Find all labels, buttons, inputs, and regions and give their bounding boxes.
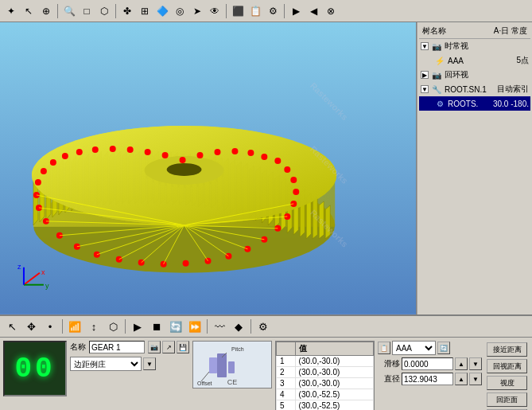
tree-item-aaa[interactable]: ⚡ AAA 5点 bbox=[419, 53, 530, 68]
dropdown-btn[interactable]: ▼ bbox=[143, 357, 156, 370]
toolbar-icon-15[interactable]: ⚙ bbox=[265, 3, 281, 19]
toolbar-icon-1[interactable]: ✦ bbox=[3, 3, 19, 19]
expand-icon-1[interactable]: ▼ bbox=[421, 42, 429, 50]
table-row[interactable]: 4(30.0,-52.5) bbox=[277, 389, 374, 400]
bt-icon-stop[interactable]: ⏹ bbox=[148, 318, 165, 335]
gear-visualization: x y z Rasteworks Rasteworks Rasteworks bbox=[0, 22, 416, 314]
expand-icon-4[interactable]: ▼ bbox=[421, 85, 429, 93]
move-row: 滑移 ▲ ▼ bbox=[378, 357, 482, 370]
table-row[interactable]: 1(30.0,-30.0) bbox=[277, 356, 374, 367]
table-cell-val: (30.0,-52.5) bbox=[295, 389, 373, 400]
bt-icon-cursor2[interactable]: ↕ bbox=[85, 318, 103, 335]
far-btn-1[interactable]: 接近距离 bbox=[487, 342, 527, 357]
toolbar-icon-18[interactable]: ⊗ bbox=[323, 3, 339, 19]
param-image: Pitch Offset CE bbox=[192, 341, 272, 389]
diameter-row: 直径 ▲ ▼ bbox=[378, 373, 482, 385]
far-btn-2[interactable]: 回视距离 bbox=[487, 359, 527, 373]
name-input[interactable] bbox=[89, 341, 145, 353]
bt-icon-loop[interactable]: 🔄 bbox=[167, 318, 184, 335]
toolbar-icon-17[interactable]: ◀ bbox=[305, 3, 321, 19]
toolbar-icon-10[interactable]: ◎ bbox=[172, 3, 188, 19]
aaa-icon-btn[interactable]: 📋 bbox=[378, 342, 390, 354]
bt-icon-shape[interactable]: ⬡ bbox=[104, 318, 122, 335]
move-up-btn[interactable]: ▲ bbox=[455, 357, 468, 370]
table-row[interactable]: 2(30.0,-30.0) bbox=[277, 367, 374, 378]
table-cell-val: (30.0,-52.5) bbox=[295, 400, 373, 411]
viewport[interactable]: x y z Rasteworks Rasteworks Rasteworks bbox=[0, 22, 417, 314]
diameter-btn2[interactable]: ▼ bbox=[469, 373, 482, 385]
table-col2-header: 值 bbox=[295, 342, 373, 356]
bt-icon-wifi[interactable]: 📶 bbox=[66, 318, 83, 335]
bt-icon-wave[interactable]: 〰 bbox=[211, 318, 228, 335]
move-down-btn[interactable]: ▼ bbox=[469, 357, 482, 370]
name-btn-2[interactable]: ↗ bbox=[162, 341, 175, 353]
toolbar-icon-16[interactable]: ▶ bbox=[288, 3, 304, 19]
left-controls: 名称 📷 ↗ 💾 边距例庄 ▼ bbox=[70, 341, 189, 410]
diameter-input[interactable] bbox=[402, 373, 453, 385]
name-btn-1[interactable]: 📷 bbox=[148, 341, 161, 353]
name-row: 名称 📷 ↗ 💾 bbox=[70, 341, 189, 353]
bottom-main: 00 名称 📷 ↗ 💾 边距例庄 ▼ bbox=[0, 338, 532, 410]
right-controls-group: 📋 AAA 🔄 滑移 ▲ ▼ 直径 ▲ ▼ bbox=[378, 341, 482, 410]
svg-point-44 bbox=[231, 148, 238, 154]
svg-point-17 bbox=[183, 260, 189, 267]
table-cell-num: 5 bbox=[277, 400, 296, 411]
svg-point-9 bbox=[167, 163, 202, 176]
svg-point-28 bbox=[274, 158, 281, 164]
ce-text: CE bbox=[193, 378, 271, 386]
svg-point-33 bbox=[50, 159, 56, 166]
far-btn-3[interactable]: 视度 bbox=[487, 376, 527, 390]
toolbar-icon-13[interactable]: ⬛ bbox=[230, 3, 246, 19]
toolbar-icon-4[interactable]: 🔍 bbox=[61, 3, 77, 19]
aaa-refresh-btn[interactable]: 🔄 bbox=[437, 342, 450, 354]
bt-icon-point[interactable]: • bbox=[41, 318, 59, 335]
right-panel-header: 树名称 A·日 常度 bbox=[419, 24, 530, 39]
svg-point-39 bbox=[145, 149, 151, 155]
toolbar-icon-6[interactable]: ⬡ bbox=[96, 3, 112, 19]
svg-rect-75 bbox=[228, 361, 235, 373]
tree-label-3: 回环视 bbox=[445, 69, 468, 80]
name-btn-3[interactable]: 💾 bbox=[177, 341, 189, 353]
table-col1-header bbox=[277, 342, 296, 356]
table-row[interactable]: 3(30.0,-30.0) bbox=[277, 378, 374, 389]
separator-3 bbox=[226, 4, 227, 18]
expand-icon-3[interactable]: ▶ bbox=[421, 71, 429, 79]
toolbar-icon-14[interactable]: 📋 bbox=[247, 3, 263, 19]
digital-display: 00 bbox=[3, 341, 67, 396]
far-btn-4[interactable]: 回距面 bbox=[487, 392, 527, 407]
bt-sep-4 bbox=[250, 319, 251, 334]
right-panel: 树名称 A·日 常度 ▼ 📷 时常视 ⚡ AAA 5点 ▶ 📷 回环视 ▼ 🔧 bbox=[417, 22, 532, 314]
bt-icon-play[interactable]: ▶ bbox=[129, 318, 146, 335]
root-icon-5: ⚙ bbox=[433, 97, 446, 110]
svg-text:x: x bbox=[41, 268, 45, 276]
toolbar-icon-7[interactable]: ✤ bbox=[119, 3, 135, 19]
svg-point-42 bbox=[197, 152, 204, 158]
move-input[interactable] bbox=[402, 357, 453, 370]
svg-point-43 bbox=[214, 149, 220, 155]
diameter-label: 直径 bbox=[378, 373, 400, 385]
table-row[interactable]: 5(30.0,-52.5) bbox=[277, 400, 374, 411]
toolbar-icon-2[interactable]: ↖ bbox=[21, 3, 37, 19]
bt-icon-gear[interactable]: ⚙ bbox=[254, 318, 272, 335]
svg-point-32 bbox=[41, 168, 47, 174]
bt-icon-move[interactable]: ✥ bbox=[22, 318, 40, 335]
toolbar-icon-8[interactable]: ⊞ bbox=[137, 3, 153, 19]
toolbar-icon-3[interactable]: ⊕ bbox=[38, 3, 54, 19]
svg-point-35 bbox=[76, 149, 83, 155]
dropdown-select[interactable]: 边距例庄 bbox=[70, 357, 142, 371]
toolbar-icon-12[interactable]: 👁 bbox=[207, 3, 223, 19]
tree-label-4: ROOT.SN.1 bbox=[445, 85, 487, 94]
bt-icon-cursor[interactable]: ↖ bbox=[3, 318, 21, 335]
toolbar-icon-5[interactable]: □ bbox=[79, 3, 95, 19]
diameter-btn1[interactable]: ▲ bbox=[455, 373, 468, 385]
toolbar-icon-11[interactable]: ➤ bbox=[189, 3, 205, 19]
tree-item-roots-selected[interactable]: ⚙ ROOTS. 30.0 -180. bbox=[419, 96, 530, 111]
camera-icon-3: 📷 bbox=[430, 68, 443, 81]
bt-icon-diamond[interactable]: ◆ bbox=[230, 318, 247, 335]
bt-icon-fwd[interactable]: ⏩ bbox=[186, 318, 204, 335]
toolbar-icon-9[interactable]: 🔷 bbox=[154, 3, 170, 19]
tree-item-camera-view[interactable]: ▼ 📷 时常视 bbox=[419, 39, 530, 53]
tree-item-loop-view[interactable]: ▶ 📷 回环视 bbox=[419, 68, 530, 82]
tree-item-root-sn[interactable]: ▼ 🔧 ROOT.SN.1 目动索引 bbox=[419, 82, 530, 96]
aaa-select[interactable]: AAA bbox=[392, 341, 436, 355]
